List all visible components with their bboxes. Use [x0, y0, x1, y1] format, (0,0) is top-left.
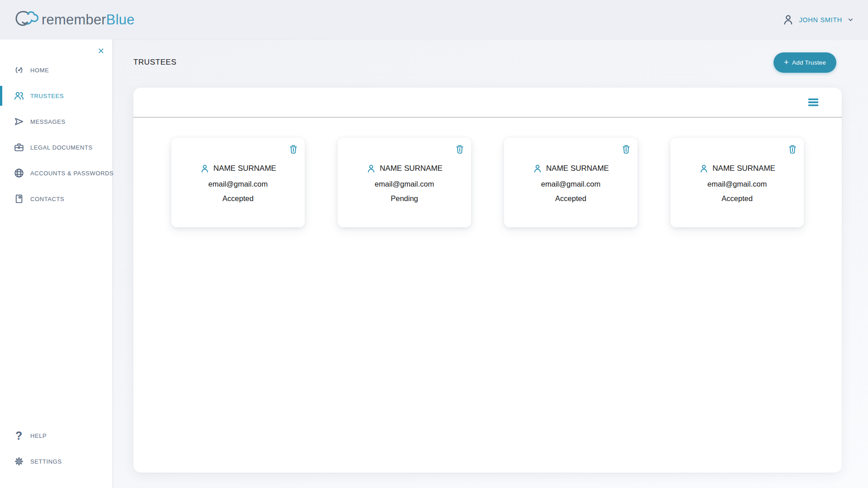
trash-icon: [621, 144, 631, 155]
app-header: rememberBlue JOHN SMITH: [0, 0, 868, 39]
person-icon: [533, 164, 542, 174]
sidebar-item-label: MESSAGES: [30, 118, 66, 125]
menu-icon: [808, 99, 818, 106]
sidebar-item-label: SETTINGS: [30, 458, 62, 465]
trustees-panel: NAME SURNAME email@gmail.com Accepted: [133, 88, 842, 473]
cloud-logo-icon: [12, 9, 40, 30]
sidebar-item-label: HOME: [30, 67, 49, 74]
send-icon: [14, 116, 24, 127]
trash-icon: [788, 144, 797, 155]
sidebar-item-label: HELP: [30, 432, 47, 439]
trustee-card-grid: NAME SURNAME email@gmail.com Accepted: [133, 117, 842, 227]
trustee-card: NAME SURNAME email@gmail.com Accepted: [504, 138, 637, 227]
sidebar-item-home[interactable]: HOME: [0, 60, 112, 80]
people-icon: [14, 90, 24, 101]
briefcase-icon: [14, 142, 24, 153]
trustee-name-row: NAME SURNAME: [699, 164, 775, 174]
person-icon: [200, 164, 210, 174]
page-title: TRUSTEES: [133, 58, 176, 67]
close-icon: [97, 47, 105, 55]
sidebar-footer: ? HELP SETTINGS: [0, 426, 112, 488]
delete-trustee-button[interactable]: [788, 144, 797, 155]
page-head: TRUSTEES + Add Trustee: [133, 52, 842, 73]
trustee-name: NAME SURNAME: [546, 164, 609, 173]
sidebar-item-label: ACCOUNTS & PASSWORDS: [30, 170, 113, 177]
trustee-email: email@gmail.com: [708, 180, 767, 188]
add-trustee-button-label: Add Trustee: [792, 59, 826, 66]
logo-text-gray: remember: [42, 12, 106, 28]
logo-text: rememberBlue: [42, 13, 135, 27]
sidebar: HOME TRUSTEES: [0, 39, 112, 488]
trustee-status: Pending: [391, 194, 418, 203]
contact-book-icon: [14, 193, 24, 204]
delete-trustee-button[interactable]: [621, 144, 631, 155]
sidebar-item-messages[interactable]: MESSAGES: [0, 112, 112, 131]
sidebar-nav: HOME TRUSTEES: [0, 60, 112, 215]
question-icon: ?: [14, 430, 24, 441]
trash-icon: [288, 144, 298, 155]
plus-icon: +: [784, 58, 789, 66]
delete-trustee-button[interactable]: [455, 144, 465, 155]
chevron-down-icon: [847, 16, 854, 23]
panel-toolbar: [133, 88, 842, 117]
user-icon: [782, 14, 794, 26]
app-logo: rememberBlue: [12, 9, 135, 30]
gear-icon: [14, 456, 24, 467]
add-trustee-button[interactable]: + Add Trustee: [774, 52, 836, 73]
globe-icon: [14, 168, 24, 178]
user-menu[interactable]: JOHN SMITH: [782, 14, 854, 26]
trustee-email: email@gmail.com: [208, 180, 268, 188]
active-indicator: [0, 86, 2, 106]
trustee-name: NAME SURNAME: [712, 164, 775, 173]
trustee-status: Accepted: [555, 194, 586, 203]
trustee-status: Accepted: [222, 194, 254, 203]
logo-text-blue: Blue: [106, 12, 135, 28]
sidebar-item-settings[interactable]: SETTINGS: [0, 451, 112, 471]
sidebar-item-contacts[interactable]: CONTACTS: [0, 189, 112, 209]
sidebar-item-label: CONTACTS: [30, 196, 64, 202]
trustee-name-row: NAME SURNAME: [366, 164, 443, 174]
gauge-icon: [14, 65, 24, 75]
trustee-name-row: NAME SURNAME: [200, 164, 276, 174]
trash-icon: [455, 144, 465, 155]
panel-menu-button[interactable]: [807, 97, 820, 108]
sidebar-item-help[interactable]: ? HELP: [0, 426, 112, 446]
trustee-name: NAME SURNAME: [380, 164, 443, 173]
trustee-email: email@gmail.com: [375, 180, 434, 188]
user-name: JOHN SMITH: [799, 16, 842, 23]
sidebar-item-label: LEGAL DOCUMENTS: [30, 144, 93, 151]
person-icon: [699, 164, 709, 174]
delete-trustee-button[interactable]: [288, 144, 298, 155]
sidebar-item-label: TRUSTEES: [30, 93, 64, 99]
sidebar-close-button[interactable]: [95, 45, 107, 56]
person-icon: [366, 164, 376, 174]
trustee-name-row: NAME SURNAME: [533, 164, 609, 174]
trustee-name: NAME SURNAME: [213, 164, 276, 173]
trustee-status: Accepted: [722, 194, 753, 203]
sidebar-item-legal-documents[interactable]: LEGAL DOCUMENTS: [0, 137, 112, 157]
sidebar-item-trustees[interactable]: TRUSTEES: [0, 86, 112, 106]
trustee-card: NAME SURNAME email@gmail.com Accepted: [171, 138, 305, 227]
trustee-card: NAME SURNAME email@gmail.com Pending: [338, 138, 471, 227]
main-content: TRUSTEES + Add Trustee: [112, 39, 868, 488]
trustee-card: NAME SURNAME email@gmail.com Accepted: [670, 138, 804, 227]
sidebar-item-accounts-passwords[interactable]: ACCOUNTS & PASSWORDS: [0, 163, 112, 183]
trustee-email: email@gmail.com: [541, 180, 600, 188]
